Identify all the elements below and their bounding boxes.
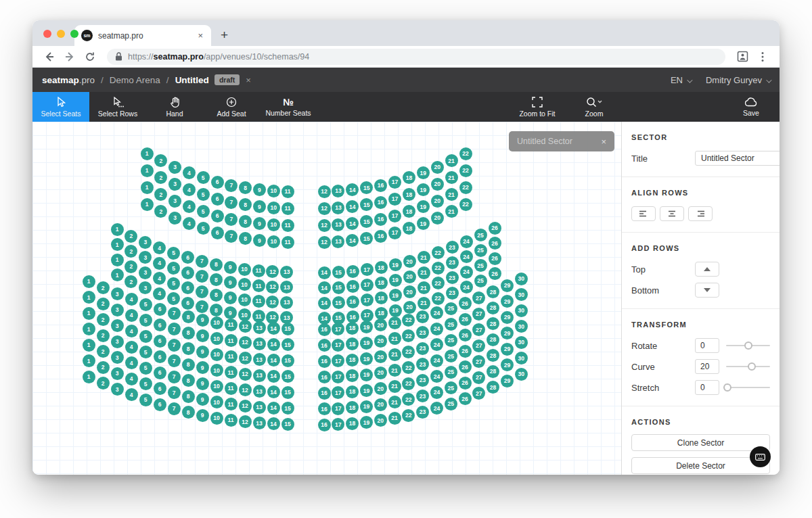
forward-icon[interactable] (62, 49, 78, 65)
seat[interactable]: 9 (196, 377, 209, 390)
align-left-button[interactable] (631, 206, 656, 221)
seat[interactable]: 26 (489, 252, 501, 265)
seat[interactable]: 5 (139, 394, 152, 406)
language-selector[interactable]: EN (671, 75, 691, 85)
menu-kebab-icon[interactable] (754, 49, 771, 65)
seat[interactable]: 3 (168, 195, 181, 208)
hand-tool-button[interactable]: Hand (146, 92, 203, 122)
seat[interactable]: 19 (417, 166, 430, 179)
seat[interactable]: 8 (182, 358, 195, 371)
seat[interactable]: 3 (168, 178, 181, 191)
seat[interactable]: 9 (196, 409, 209, 422)
seat[interactable]: 24 (460, 281, 473, 293)
seat[interactable]: 10 (267, 235, 280, 248)
seat[interactable]: 26 (489, 267, 501, 280)
seat[interactable]: 7 (196, 270, 208, 283)
seat[interactable]: 8 (239, 198, 252, 211)
seat[interactable]: 14 (267, 338, 280, 351)
seat[interactable]: 9 (224, 291, 237, 304)
seat[interactable]: 14 (318, 281, 331, 294)
seat[interactable]: 21 (388, 380, 401, 393)
seat[interactable]: 14 (318, 297, 331, 310)
seat[interactable]: 6 (154, 350, 166, 363)
seat[interactable]: 5 (197, 222, 210, 235)
keyboard-shortcuts-button[interactable] (750, 446, 771, 467)
seat[interactable]: 9 (224, 261, 237, 274)
seat[interactable]: 19 (389, 258, 402, 271)
seat[interactable]: 4 (183, 166, 196, 179)
seat[interactable]: 10 (210, 348, 223, 361)
seat[interactable]: 25 (445, 381, 457, 394)
seat[interactable]: 20 (374, 335, 387, 348)
seat[interactable]: 18 (346, 322, 359, 335)
seat[interactable]: 13 (253, 417, 266, 429)
seat[interactable]: 25 (445, 350, 457, 362)
seat[interactable]: 21 (418, 266, 430, 279)
seat[interactable]: 5 (167, 292, 180, 305)
seat[interactable]: 8 (182, 342, 195, 355)
seat[interactable]: 20 (374, 398, 387, 411)
seat[interactable]: 17 (332, 339, 344, 352)
seat[interactable]: 20 (403, 270, 416, 283)
seat[interactable]: 7 (196, 255, 208, 268)
seat[interactable]: 19 (360, 416, 373, 429)
seat[interactable]: 24 (430, 323, 443, 335)
seat[interactable]: 12 (239, 352, 252, 364)
seat[interactable]: 9 (196, 329, 209, 342)
clone-sector-button[interactable]: Clone Sector (631, 434, 770, 451)
seat[interactable]: 16 (318, 339, 331, 352)
seat[interactable]: 18 (403, 205, 415, 218)
seat[interactable]: 5 (139, 330, 152, 343)
seat[interactable]: 16 (318, 323, 331, 336)
seat[interactable]: 16 (318, 371, 331, 383)
seat[interactable]: 11 (281, 185, 294, 198)
seat[interactable]: 1 (83, 323, 95, 335)
seat[interactable]: 3 (111, 319, 124, 332)
seat[interactable]: 19 (360, 384, 373, 397)
seat[interactable]: 23 (446, 271, 459, 284)
seat[interactable]: 18 (346, 417, 359, 430)
seat[interactable]: 9 (253, 200, 266, 213)
seat[interactable]: 17 (388, 210, 401, 222)
seat[interactable]: 24 (460, 235, 473, 248)
seat[interactable]: 6 (211, 227, 224, 239)
stretch-input[interactable] (695, 380, 719, 395)
address-input[interactable]: https://seatmap.pro/app/venues/10/schema… (107, 49, 725, 65)
seat[interactable]: 23 (416, 358, 429, 371)
seat[interactable]: 22 (459, 147, 472, 160)
number-seats-button[interactable]: № Number Seats (260, 92, 317, 122)
seat[interactable]: 5 (139, 377, 152, 390)
seat[interactable]: 8 (182, 406, 195, 419)
seat[interactable]: 21 (388, 348, 401, 361)
seat[interactable]: 25 (474, 244, 487, 257)
tab-close-icon[interactable]: × (196, 30, 204, 41)
seat[interactable]: 7 (225, 213, 238, 226)
seat[interactable]: 13 (253, 321, 266, 334)
seat[interactable]: 18 (403, 171, 415, 184)
seat[interactable]: 13 (253, 401, 266, 414)
seat[interactable]: 24 (430, 338, 443, 351)
seat[interactable]: 5 (139, 346, 152, 358)
align-right-button[interactable] (688, 206, 713, 221)
seat[interactable]: 3 (168, 161, 181, 174)
slider-thumb[interactable] (744, 342, 752, 350)
seat[interactable]: 4 (153, 272, 166, 285)
seat[interactable]: 2 (125, 245, 137, 258)
seat[interactable]: 11 (252, 295, 265, 308)
seat[interactable]: 16 (318, 402, 331, 415)
seat[interactable]: 21 (445, 205, 458, 218)
seat[interactable]: 13 (253, 385, 266, 398)
seat[interactable]: 24 (430, 402, 443, 415)
seat[interactable]: 8 (182, 374, 195, 387)
seat[interactable]: 8 (239, 181, 252, 194)
seat[interactable]: 23 (446, 256, 459, 269)
seat[interactable]: 1 (111, 223, 124, 236)
seat[interactable]: 28 (487, 317, 499, 330)
seat[interactable]: 6 (181, 266, 194, 279)
seat[interactable]: 20 (403, 255, 416, 268)
seat[interactable]: 25 (445, 398, 457, 410)
seat[interactable]: 14 (346, 200, 359, 213)
seat[interactable]: 10 (238, 263, 251, 276)
seat[interactable]: 13 (332, 218, 344, 231)
zoom-window-button[interactable] (70, 30, 78, 38)
